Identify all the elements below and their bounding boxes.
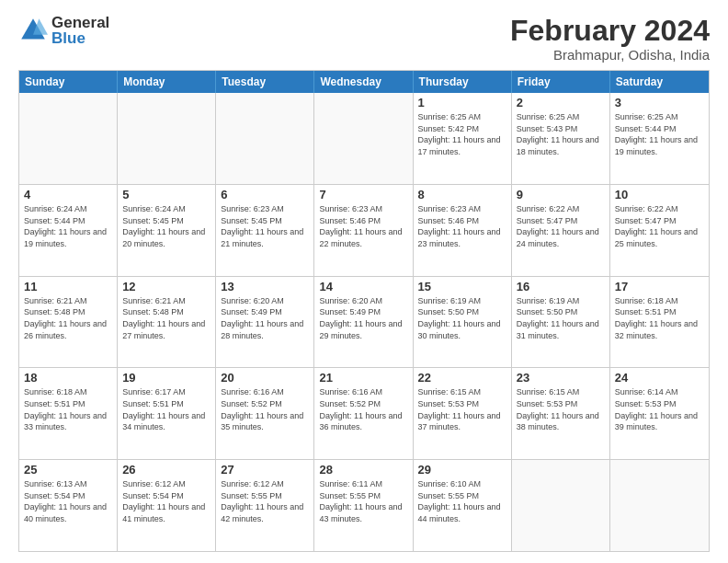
weekday-header: Wednesday	[314, 71, 413, 93]
location: Brahmapur, Odisha, India	[510, 47, 710, 63]
day-info: Sunrise: 6:23 AM Sunset: 5:45 PM Dayligh…	[221, 203, 309, 249]
month-year: February 2024	[510, 15, 710, 47]
day-number: 22	[418, 371, 506, 385]
calendar-day: 12Sunrise: 6:21 AM Sunset: 5:48 PM Dayli…	[118, 277, 216, 368]
calendar-day: 6Sunrise: 6:23 AM Sunset: 5:45 PM Daylig…	[216, 185, 314, 276]
calendar-day: 1Sunrise: 6:25 AM Sunset: 5:42 PM Daylig…	[414, 93, 512, 184]
day-info: Sunrise: 6:18 AM Sunset: 5:51 PM Dayligh…	[615, 295, 704, 341]
calendar-day: 25Sunrise: 6:13 AM Sunset: 5:54 PM Dayli…	[19, 460, 118, 551]
day-info: Sunrise: 6:24 AM Sunset: 5:44 PM Dayligh…	[24, 203, 112, 249]
weekday-header: Thursday	[414, 71, 512, 93]
day-info: Sunrise: 6:25 AM Sunset: 5:44 PM Dayligh…	[615, 111, 704, 157]
calendar-day: 26Sunrise: 6:12 AM Sunset: 5:54 PM Dayli…	[118, 460, 216, 551]
calendar-day: 4Sunrise: 6:24 AM Sunset: 5:44 PM Daylig…	[19, 185, 118, 276]
calendar-body: 1Sunrise: 6:25 AM Sunset: 5:42 PM Daylig…	[19, 93, 709, 551]
day-number: 20	[221, 371, 309, 385]
calendar-day: 20Sunrise: 6:16 AM Sunset: 5:52 PM Dayli…	[216, 368, 314, 459]
calendar-day: 8Sunrise: 6:23 AM Sunset: 5:46 PM Daylig…	[414, 185, 512, 276]
day-number: 12	[122, 280, 210, 293]
day-info: Sunrise: 6:19 AM Sunset: 5:50 PM Dayligh…	[418, 295, 506, 341]
calendar-day: 23Sunrise: 6:15 AM Sunset: 5:53 PM Dayli…	[512, 368, 610, 459]
calendar-day: 15Sunrise: 6:19 AM Sunset: 5:50 PM Dayli…	[414, 277, 512, 368]
calendar-empty-cell	[610, 460, 709, 551]
day-number: 7	[319, 188, 407, 201]
day-info: Sunrise: 6:14 AM Sunset: 5:53 PM Dayligh…	[615, 386, 704, 432]
day-number: 21	[319, 371, 407, 385]
calendar-empty-cell	[118, 93, 216, 184]
day-number: 25	[24, 463, 112, 477]
calendar-day: 21Sunrise: 6:16 AM Sunset: 5:52 PM Dayli…	[314, 368, 413, 459]
day-number: 8	[418, 188, 506, 201]
day-info: Sunrise: 6:23 AM Sunset: 5:46 PM Dayligh…	[418, 203, 506, 249]
day-number: 3	[615, 96, 704, 109]
calendar-day: 11Sunrise: 6:21 AM Sunset: 5:48 PM Dayli…	[19, 277, 118, 368]
day-info: Sunrise: 6:21 AM Sunset: 5:48 PM Dayligh…	[24, 295, 112, 341]
day-info: Sunrise: 6:23 AM Sunset: 5:46 PM Dayligh…	[319, 203, 407, 249]
calendar-empty-cell	[19, 93, 118, 184]
day-info: Sunrise: 6:12 AM Sunset: 5:55 PM Dayligh…	[221, 478, 309, 524]
day-info: Sunrise: 6:19 AM Sunset: 5:50 PM Dayligh…	[517, 295, 605, 341]
calendar-row: 18Sunrise: 6:18 AM Sunset: 5:51 PM Dayli…	[19, 367, 709, 459]
day-info: Sunrise: 6:25 AM Sunset: 5:42 PM Dayligh…	[418, 111, 506, 157]
calendar-day: 22Sunrise: 6:15 AM Sunset: 5:53 PM Dayli…	[414, 368, 512, 459]
calendar-day: 27Sunrise: 6:12 AM Sunset: 5:55 PM Dayli…	[216, 460, 314, 551]
weekday-header: Monday	[118, 71, 216, 93]
calendar-row: 1Sunrise: 6:25 AM Sunset: 5:42 PM Daylig…	[19, 93, 709, 184]
weekday-header: Saturday	[610, 71, 709, 93]
day-info: Sunrise: 6:20 AM Sunset: 5:49 PM Dayligh…	[319, 295, 407, 341]
calendar: SundayMondayTuesdayWednesdayThursdayFrid…	[18, 70, 710, 552]
day-number: 2	[517, 96, 605, 109]
logo-general: General	[51, 15, 109, 30]
calendar-day: 28Sunrise: 6:11 AM Sunset: 5:55 PM Dayli…	[314, 460, 413, 551]
weekday-header: Tuesday	[216, 71, 314, 93]
day-info: Sunrise: 6:13 AM Sunset: 5:54 PM Dayligh…	[24, 478, 112, 524]
day-number: 15	[418, 280, 506, 293]
day-info: Sunrise: 6:22 AM Sunset: 5:47 PM Dayligh…	[615, 203, 704, 249]
day-number: 10	[615, 188, 704, 201]
day-number: 17	[615, 280, 704, 293]
day-info: Sunrise: 6:10 AM Sunset: 5:55 PM Dayligh…	[418, 478, 506, 524]
day-info: Sunrise: 6:12 AM Sunset: 5:54 PM Dayligh…	[122, 478, 210, 524]
day-number: 16	[517, 280, 605, 293]
day-number: 18	[24, 371, 112, 385]
day-number: 13	[221, 280, 309, 293]
logo-blue: Blue	[51, 30, 109, 46]
day-number: 5	[122, 188, 210, 201]
calendar-row: 4Sunrise: 6:24 AM Sunset: 5:44 PM Daylig…	[19, 184, 709, 276]
calendar-day: 5Sunrise: 6:24 AM Sunset: 5:45 PM Daylig…	[118, 185, 216, 276]
calendar-day: 14Sunrise: 6:20 AM Sunset: 5:49 PM Dayli…	[314, 277, 413, 368]
logo-icon	[18, 16, 48, 45]
day-number: 9	[517, 188, 605, 201]
day-number: 28	[319, 463, 407, 477]
day-number: 4	[24, 188, 112, 201]
day-number: 6	[221, 188, 309, 201]
calendar-header: SundayMondayTuesdayWednesdayThursdayFrid…	[19, 71, 709, 93]
day-number: 14	[319, 280, 407, 293]
day-info: Sunrise: 6:20 AM Sunset: 5:49 PM Dayligh…	[221, 295, 309, 341]
day-number: 29	[418, 463, 506, 477]
calendar-day: 29Sunrise: 6:10 AM Sunset: 5:55 PM Dayli…	[414, 460, 512, 551]
weekday-header: Friday	[512, 71, 610, 93]
calendar-day: 10Sunrise: 6:22 AM Sunset: 5:47 PM Dayli…	[610, 185, 709, 276]
calendar-day: 3Sunrise: 6:25 AM Sunset: 5:44 PM Daylig…	[610, 93, 709, 184]
calendar-day: 9Sunrise: 6:22 AM Sunset: 5:47 PM Daylig…	[512, 185, 610, 276]
calendar-day: 7Sunrise: 6:23 AM Sunset: 5:46 PM Daylig…	[314, 185, 413, 276]
day-info: Sunrise: 6:15 AM Sunset: 5:53 PM Dayligh…	[517, 386, 605, 432]
calendar-day: 13Sunrise: 6:20 AM Sunset: 5:49 PM Dayli…	[216, 277, 314, 368]
calendar-day: 19Sunrise: 6:17 AM Sunset: 5:51 PM Dayli…	[118, 368, 216, 459]
logo: General Blue	[18, 15, 109, 46]
calendar-day: 17Sunrise: 6:18 AM Sunset: 5:51 PM Dayli…	[610, 277, 709, 368]
page: General Blue February 2024 Brahmapur, Od…	[0, 0, 728, 563]
day-info: Sunrise: 6:21 AM Sunset: 5:48 PM Dayligh…	[122, 295, 210, 341]
day-number: 19	[122, 371, 210, 385]
title-area: February 2024 Brahmapur, Odisha, India	[510, 15, 710, 63]
weekday-header: Sunday	[19, 71, 118, 93]
calendar-day: 24Sunrise: 6:14 AM Sunset: 5:53 PM Dayli…	[610, 368, 709, 459]
calendar-empty-cell	[314, 93, 413, 184]
day-number: 11	[24, 280, 112, 293]
header: General Blue February 2024 Brahmapur, Od…	[18, 15, 710, 63]
day-number: 23	[517, 371, 605, 385]
day-info: Sunrise: 6:24 AM Sunset: 5:45 PM Dayligh…	[122, 203, 210, 249]
calendar-day: 2Sunrise: 6:25 AM Sunset: 5:43 PM Daylig…	[512, 93, 610, 184]
day-info: Sunrise: 6:25 AM Sunset: 5:43 PM Dayligh…	[517, 111, 605, 157]
